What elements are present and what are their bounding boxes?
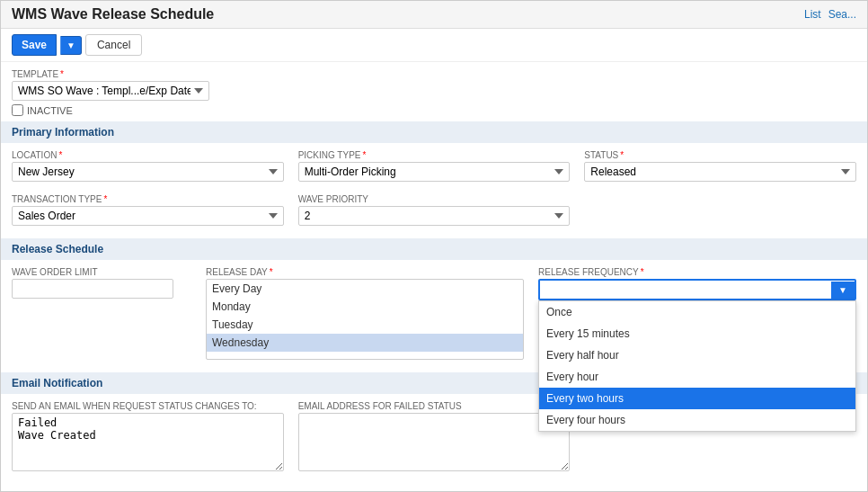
list-item[interactable]: Monday	[207, 298, 523, 316]
location-select[interactable]: New Jersey	[12, 162, 284, 182]
dd-item-fourhours[interactable]: Every four hours	[539, 409, 855, 431]
status-field-group: STATUS* Released	[584, 150, 856, 182]
send-email-field-group: SEND AN EMAIL WHEN REQUEST STATUS CHANGE…	[12, 401, 284, 474]
release-day-label: RELEASE DAY*	[206, 267, 524, 277]
page-title: WMS Wave Release Schedule	[12, 6, 214, 22]
dd-item-15min[interactable]: Every 15 minutes	[539, 323, 855, 344]
template-select[interactable]: WMS SO Wave : Templ...e/Exp Date/Ship Vi…	[12, 81, 209, 101]
picking-type-field-group: PICKING TYPE* Multi-Order Picking	[298, 150, 571, 182]
top-bar: WMS Wave Release Schedule List Sea...	[1, 1, 867, 29]
wave-priority-field-group: WAVE PRIORITY 2	[298, 194, 571, 226]
wave-order-limit-label: WAVE ORDER LIMIT	[12, 267, 191, 277]
list-item[interactable]: Wednesday	[207, 334, 523, 352]
toolbar: Save ▼ Cancel	[1, 29, 867, 62]
picking-type-label: PICKING TYPE*	[298, 150, 571, 160]
release-day-listbox[interactable]: Every Day Monday Tuesday Wednesday	[206, 279, 524, 360]
primary-info-grid: LOCATION* New Jersey PICKING TYPE* Multi…	[12, 150, 856, 231]
wave-priority-select[interactable]: 2	[298, 206, 571, 226]
list-item[interactable]: Every Day	[207, 280, 523, 298]
transaction-type-label: TRANSACTION TYPE*	[12, 194, 284, 204]
page-wrapper: WMS Wave Release Schedule List Sea... Sa…	[0, 0, 868, 492]
location-label: LOCATION*	[12, 150, 284, 160]
release-frequency-field-group: RELEASE FREQUENCY* ▼ Once Every 15 minut…	[538, 267, 856, 300]
dd-item-hour[interactable]: Every hour	[539, 366, 855, 388]
status-label: STATUS*	[584, 150, 856, 160]
location-field-group: LOCATION* New Jersey	[12, 150, 284, 182]
save-button[interactable]: Save	[12, 34, 57, 56]
template-field-group: TEMPLATE* WMS SO Wave : Templ...e/Exp Da…	[12, 69, 856, 116]
transaction-type-select[interactable]: Sales Order	[12, 206, 284, 226]
release-schedule-grid: WAVE ORDER LIMIT 5 RELEASE DAY* Every Da…	[12, 267, 856, 365]
send-email-label: SEND AN EMAIL WHEN REQUEST STATUS CHANGE…	[12, 401, 284, 411]
send-email-textarea[interactable]: Failed Wave Created	[12, 413, 284, 471]
release-frequency-dropdown-arrow[interactable]: ▼	[831, 282, 855, 299]
release-frequency-label: RELEASE FREQUENCY*	[538, 267, 856, 277]
save-dropdown-button[interactable]: ▼	[60, 36, 82, 55]
nav-list-link[interactable]: List	[804, 8, 821, 21]
release-frequency-dropdown[interactable]: Once Every 15 minutes Every half hour Ev…	[538, 300, 856, 432]
release-day-field-group: RELEASE DAY* Every Day Monday Tuesday We…	[206, 267, 524, 360]
release-frequency-input-row: ▼	[538, 279, 856, 300]
form-body: TEMPLATE* WMS SO Wave : Templ...e/Exp Da…	[1, 62, 867, 491]
email-address-textarea[interactable]	[298, 413, 571, 471]
dd-item-twohours[interactable]: Every two hours	[539, 388, 855, 409]
inactive-label: INACTIVE	[27, 105, 73, 116]
wave-order-limit-field-group: WAVE ORDER LIMIT 5	[12, 267, 191, 299]
release-schedule-section-header: Release Schedule	[1, 238, 867, 260]
template-label: TEMPLATE*	[12, 69, 856, 79]
nav-links: List Sea...	[804, 8, 856, 21]
wave-order-limit-input[interactable]: 5	[12, 279, 173, 299]
primary-info-section-header: Primary Information	[1, 121, 867, 143]
status-select[interactable]: Released	[584, 162, 856, 182]
dd-item-halfhour[interactable]: Every half hour	[539, 344, 855, 366]
dd-item-once[interactable]: Once	[539, 301, 855, 323]
template-row: WMS SO Wave : Templ...e/Exp Date/Ship Vi…	[12, 81, 856, 101]
transaction-type-field-group: TRANSACTION TYPE* Sales Order	[12, 194, 284, 226]
inactive-row: INACTIVE	[12, 104, 856, 116]
list-item[interactable]: Tuesday	[207, 316, 523, 334]
inactive-checkbox[interactable]	[12, 104, 23, 116]
release-frequency-input[interactable]	[540, 281, 831, 299]
empty-cell	[584, 194, 856, 231]
nav-search-link[interactable]: Sea...	[828, 8, 856, 21]
wave-priority-label: WAVE PRIORITY	[298, 194, 571, 204]
picking-type-select[interactable]: Multi-Order Picking	[298, 162, 571, 182]
cancel-button[interactable]: Cancel	[85, 34, 142, 56]
email-address-field-group: EMAIL ADDRESS FOR FAILED STATUS	[298, 401, 571, 474]
email-address-label: EMAIL ADDRESS FOR FAILED STATUS	[298, 401, 571, 411]
